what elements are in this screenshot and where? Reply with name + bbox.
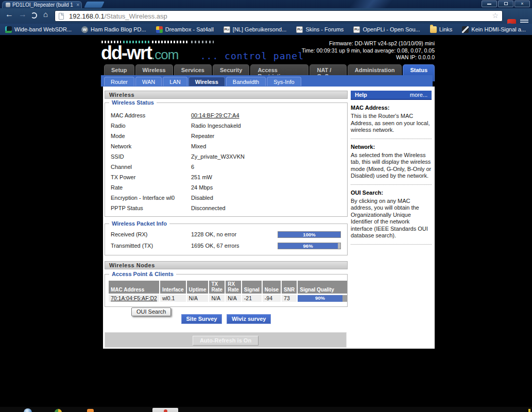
page-icon [59,13,64,20]
client-signal-quality: 90% [298,295,347,302]
clients-column-header: RX Rate [226,281,241,294]
browser-tab[interactable]: PD1LOI_Repeater (build 1 × [2,1,82,8]
bookmark-favicon [156,26,163,33]
sub-nav-tab[interactable]: Sys-Info [267,77,301,86]
content-area: Wireless Wireless Status MAC Address 00:… [103,87,435,349]
status-value: 251 mW [191,174,347,180]
status-row: TX Power 251 mW [105,174,347,184]
auto-refresh-button[interactable]: Auto-Refresh is On [193,336,259,346]
bookmark-item[interactable]: [NL] Gebruikersond... [224,26,287,33]
status-label: Radio [111,123,191,129]
status-label: Mode [111,133,191,139]
packet-row: Received (RX) 1228 OK, no error 100% [105,231,347,243]
window-close-button[interactable]: × [514,1,530,7]
help-title: Help [355,92,367,98]
taskbar-active-app-button[interactable] [152,408,178,412]
reload-icon[interactable] [31,12,37,19]
packet-label: Transmitted (TX) [111,243,191,249]
forward-icon[interactable]: → [19,10,27,19]
bookmark-item[interactable]: Skins - Forums [296,26,344,33]
status-value: Disconnected [191,205,347,211]
window-minimize-button[interactable] [482,1,497,7]
status-row: Rate 24 Mbps [105,184,347,195]
site-survey-button[interactable]: Site Survey [181,314,222,324]
bookmark-item[interactable]: OpenPLi - Open Sou... [353,26,420,33]
new-tab-button[interactable] [84,2,105,8]
wan-ip: WAN IP: 0.0.0.0 [302,54,435,61]
section-bar-wireless-nodes: Wireless Nodes [105,261,348,269]
sub-nav-tab[interactable]: Router [104,77,134,86]
status-row: Network Mixed [105,143,347,153]
packet-info-legend: Wireless Packet Info [109,220,169,227]
uptime-load: Time: 00:09:31 up 9 min, load average: 0… [302,47,435,55]
clients-legend: Access Point & Clients [109,271,176,277]
bookmark-label: Wide-band WebSDR... [14,26,72,32]
help-entry: MAC Address: This is the Router's MAC Ad… [351,105,432,139]
bookmark-item[interactable]: Links [430,26,453,33]
help-header: Help more... [351,91,432,100]
bookmark-label: Ham Radio Blog PD... [91,26,146,32]
sub-nav-tab[interactable]: Wireless [188,77,225,86]
help-column: Help more... MAC Address: This is the Ro… [351,87,432,349]
sub-nav-tab[interactable]: LAN [163,77,187,86]
bookmark-item[interactable]: Kein HDMI-Signal a... [462,26,526,33]
help-entry-text: As selected from the Wireless tab, this … [351,152,432,180]
windows-taskbar [0,407,532,412]
status-row: SSID Zy_private_W3XVKN [105,153,347,164]
help-entry-heading: OUI Search: [351,190,432,196]
clients-column-header: Noise [263,281,281,294]
home-icon[interactable]: ⌂ [43,10,48,19]
taskbar-tray-icon [528,409,530,412]
bookmark-item[interactable]: Wide-band WebSDR... [5,26,72,33]
status-row: Mode Repeater [105,133,347,143]
status-row: Radio Radio Ingeschakeld [105,123,347,133]
packet-progress-bar: 96% [278,243,341,249]
status-label: PPTP Status [111,205,191,211]
back-icon[interactable]: ← [5,10,13,19]
packet-row: Transmitted (TX) 1695 OK, 67 errors 96% [105,243,347,254]
wireless-status-fieldset: Wireless Status MAC Address 00:14:BF:29:… [105,102,348,217]
help-entry: Network: As selected from the Wireless t… [351,144,432,185]
tab-favicon [6,3,10,7]
url-bar[interactable]: 192.168.0.1/Status_Wireless.asp ☆ [55,10,503,22]
browser-toolbar: ← → ⌂ 192.168.0.1/Status_Wireless.asp ☆ [0,8,532,24]
packet-progress-fill: 96% [278,243,338,249]
tab-close-icon[interactable]: × [76,3,79,8]
bookmark-item[interactable]: Ham Radio Blog PD... [81,26,146,33]
signal-quality-fill: 90% [298,295,342,302]
status-label: TX Power [111,174,191,180]
sub-nav-tab[interactable]: Bandwidth [226,77,266,86]
clients-column-header: TX Rate [209,281,225,294]
taskbar-browser-icon[interactable] [55,409,62,412]
bookmark-item[interactable]: Dreambox - Sat4all [156,26,214,33]
taskbar-app-icon[interactable] [87,409,94,412]
bookmark-favicon [462,26,469,33]
status-label: SSID [111,153,191,160]
help-more-link[interactable]: more... [410,92,427,98]
main-column: Wireless Wireless Status MAC Address 00:… [105,87,348,349]
bookmark-label: Dreambox - Sat4all [165,26,214,32]
status-row: Encryption - Interface wl0 Disabled [105,195,347,205]
url-host: 192.168.0.1 [69,12,105,20]
browser-tab-strip: PD1LOI_Repeater (build 1 × × [0,0,532,8]
status-value[interactable]: 00:14:BF:29:C7:A4 [191,112,347,118]
url-path: /Status_Wireless.asp [105,12,167,20]
status-label: Channel [111,164,191,170]
bookmark-favicon [5,26,12,33]
client-mac-link[interactable]: 70:1A:04:F5:AF:D2 [109,295,159,302]
status-label: Network [111,143,191,149]
wiviz-survey-button[interactable]: Wiviz survey [227,314,271,324]
bookmark-favicon [430,26,437,33]
bookmarks-bar: Wide-band WebSDR... Ham Radio Blog PD...… [0,24,532,35]
start-orb-icon[interactable] [24,408,32,412]
bookmark-label: OpenPLi - Open Sou... [363,26,420,32]
window-restore-button[interactable] [498,1,513,7]
browser-window: PD1LOI_Repeater (build 1 × × ← → ⌂ 192.1… [0,0,532,412]
client-interface: wl0.1 [160,295,186,302]
status-row: PPTP Status Disconnected [105,205,347,215]
bookmark-label: Skins - Forums [305,26,344,32]
bookmark-star-icon[interactable]: ☆ [492,11,499,20]
sub-nav-tab[interactable]: WAN [135,77,162,86]
status-row: MAC Address 00:14:BF:29:C7:A4 [105,112,347,123]
client-tx-rate: N/A [209,295,225,302]
